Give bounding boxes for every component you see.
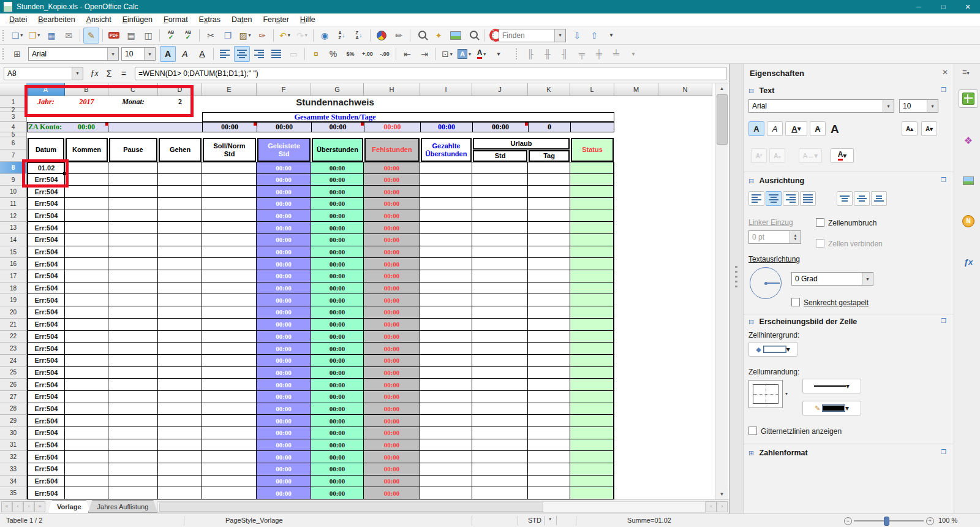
- cell-E17[interactable]: [202, 270, 257, 282]
- cell-F21[interactable]: 00:00: [257, 319, 311, 331]
- cell-K22[interactable]: [528, 331, 570, 343]
- cell-za-konto-value[interactable]: 00:00: [65, 122, 108, 132]
- cell-H4[interactable]: 00:00: [364, 122, 420, 132]
- cell-E13[interactable]: [202, 222, 257, 234]
- cell-B32[interactable]: [65, 451, 108, 463]
- cell-G26[interactable]: 00:00: [311, 379, 364, 391]
- cell-L21[interactable]: [570, 319, 614, 331]
- collapse-icon[interactable]: ⊟: [748, 87, 754, 94]
- cell-E26[interactable]: [202, 379, 257, 391]
- cell-A19[interactable]: Err:504: [27, 294, 65, 306]
- cell-K25[interactable]: [528, 367, 570, 379]
- cell-G12[interactable]: 00:00: [311, 210, 364, 222]
- cell-A33[interactable]: Err:504: [27, 463, 65, 476]
- cell-L12[interactable]: [570, 210, 614, 222]
- cell-B23[interactable]: [65, 343, 108, 355]
- cell-I11[interactable]: [420, 198, 472, 210]
- cell-D31[interactable]: [158, 439, 202, 452]
- cell-D17[interactable]: [158, 270, 202, 282]
- scroll-left-icon[interactable]: ‹: [706, 501, 717, 512]
- vertical-scrollbar[interactable]: ▲ ▼: [715, 83, 728, 499]
- cell-B27[interactable]: [65, 391, 108, 403]
- cell-J9[interactable]: [472, 174, 528, 186]
- cell-J8[interactable]: [472, 162, 528, 174]
- cell-J17[interactable]: [472, 270, 528, 282]
- cell-I29[interactable]: [420, 415, 472, 427]
- cell-F25[interactable]: 00:00: [257, 367, 311, 379]
- toolbar-grip[interactable]: [2, 48, 6, 59]
- font-color-button[interactable]: A▾: [831, 148, 854, 163]
- border-preset-button[interactable]: [748, 380, 783, 408]
- cell-F4[interactable]: 00:00: [257, 122, 311, 132]
- cell-E14[interactable]: [202, 234, 257, 246]
- cell-G14[interactable]: 00:00: [311, 234, 364, 246]
- cell-J31[interactable]: [472, 439, 528, 452]
- cell-H19[interactable]: 00:00: [364, 294, 420, 306]
- cell-C13[interactable]: [108, 222, 158, 234]
- cell-B8[interactable]: [65, 162, 108, 174]
- cell-I27[interactable]: [420, 391, 472, 403]
- cell-K14[interactable]: [528, 234, 570, 246]
- cell-I12[interactable]: [420, 210, 472, 222]
- cell-F22[interactable]: 00:00: [257, 331, 311, 343]
- cell-B11[interactable]: [65, 198, 108, 210]
- row-header-5[interactable]: 5: [0, 132, 27, 137]
- cell-A15[interactable]: Err:504: [27, 246, 65, 259]
- sum-icon[interactable]: Σ: [102, 69, 116, 78]
- cell-H31[interactable]: 00:00: [364, 439, 420, 452]
- edit-file-button[interactable]: ✎: [83, 28, 99, 44]
- cell-A14[interactable]: Err:504: [27, 234, 65, 246]
- cell-H13[interactable]: 00:00: [364, 222, 420, 234]
- cell-L8[interactable]: [570, 162, 614, 174]
- cell-J34[interactable]: [472, 476, 528, 488]
- menu-item-daten[interactable]: Daten: [226, 14, 257, 25]
- cell-I26[interactable]: [420, 379, 472, 391]
- sort-descending-button[interactable]: ZA↓: [351, 28, 367, 44]
- cell-K26[interactable]: [528, 379, 570, 391]
- cell-E8[interactable]: [202, 162, 257, 174]
- cell-F24[interactable]: 00:00: [257, 355, 311, 367]
- column-header-I[interactable]: I: [420, 83, 472, 96]
- cell-C33[interactable]: [108, 463, 158, 476]
- font-size-combobox[interactable]: ▾: [121, 47, 156, 61]
- cell-E24[interactable]: [202, 355, 257, 367]
- toolbar-overflow-button[interactable]: ▾: [491, 46, 507, 62]
- zoom-button[interactable]: [465, 28, 481, 44]
- cell-K8[interactable]: [528, 162, 570, 174]
- row-header-15[interactable]: 15: [0, 246, 27, 259]
- cell-L20[interactable]: [570, 306, 614, 319]
- cell-G17[interactable]: 00:00: [311, 270, 364, 282]
- cell-K33[interactable]: [528, 463, 570, 476]
- cell-I30[interactable]: [420, 427, 472, 439]
- cell-H30[interactable]: 00:00: [364, 427, 420, 439]
- cell-D9[interactable]: [158, 174, 202, 186]
- section-alignment-header[interactable]: ⊟ Ausrichtung: [748, 176, 804, 185]
- cell-A11[interactable]: Err:504: [27, 198, 65, 210]
- cell-H35[interactable]: 00:00: [364, 487, 420, 499]
- cell-J14[interactable]: [472, 234, 528, 246]
- new-document-button[interactable]: ❏▾: [9, 28, 25, 44]
- cell-D23[interactable]: [158, 343, 202, 355]
- cell-E12[interactable]: [202, 210, 257, 222]
- cell-K15[interactable]: [528, 246, 570, 259]
- menu-item-datei[interactable]: Datei: [4, 14, 32, 25]
- cell-F15[interactable]: 00:00: [257, 246, 311, 259]
- cell-K17[interactable]: [528, 270, 570, 282]
- cell-L26[interactable]: [570, 379, 614, 391]
- column-header-C[interactable]: C: [108, 83, 158, 96]
- column-header-E[interactable]: E: [202, 83, 257, 96]
- menu-item-bearbeiten[interactable]: Bearbeiten: [32, 14, 80, 25]
- cell-A9[interactable]: Err:504: [27, 174, 65, 186]
- cell-B31[interactable]: [65, 439, 108, 452]
- cell-J11[interactable]: [472, 198, 528, 210]
- cell-A17[interactable]: Err:504: [27, 270, 65, 282]
- sidebar-tab-navigator[interactable]: N: [959, 212, 978, 230]
- find-input[interactable]: [499, 31, 554, 40]
- cell-B9[interactable]: [65, 174, 108, 186]
- cell-L11[interactable]: [570, 198, 614, 210]
- cell-G10[interactable]: 00:00: [311, 186, 364, 198]
- cell-D15[interactable]: [158, 246, 202, 259]
- selection-mode[interactable]: STD: [528, 517, 541, 524]
- increase-font-button[interactable]: A▴: [902, 121, 918, 136]
- show-gridlines-checkbox[interactable]: Gitternetzlinien anzeigen: [748, 427, 842, 436]
